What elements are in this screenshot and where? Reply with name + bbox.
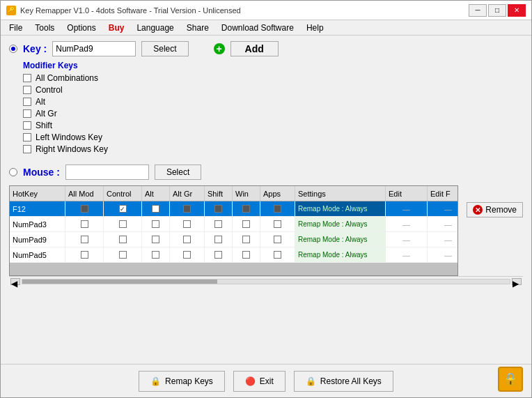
window-title: Key Remapper V1.0 - 4dots Software - Tri… <box>20 6 241 15</box>
scroll-right-button[interactable]: ▶ <box>512 278 522 285</box>
td-alt <box>142 201 170 216</box>
close-button[interactable]: ✕ <box>508 4 526 17</box>
checkbox-cell <box>242 251 250 259</box>
th-edit: Edit <box>386 186 428 201</box>
checkbox-all-combinations: All Combinations <box>23 73 523 83</box>
exit-label: Exit <box>260 376 274 386</box>
checkbox-cell <box>81 205 88 213</box>
td-edit: — <box>386 232 428 247</box>
th-altgr: Alt Gr <box>170 186 205 201</box>
empty-area <box>10 263 457 275</box>
checkbox-cell <box>214 251 222 259</box>
td-editf: — <box>428 247 457 262</box>
td-apps <box>260 247 295 262</box>
minimize-button[interactable]: ─ <box>469 4 487 17</box>
mouse-radio[interactable] <box>9 168 17 176</box>
remove-button[interactable]: ✕ Remove <box>467 202 523 217</box>
scroll-track[interactable] <box>22 279 510 284</box>
remap-label: Remap Keys <box>165 376 213 386</box>
td-editf: — <box>428 232 457 247</box>
checkbox-cell <box>152 205 159 213</box>
checkbox-cell <box>183 205 191 213</box>
select-button[interactable]: Select <box>141 41 188 56</box>
checkbox-cell <box>274 236 281 243</box>
checkbox-altgr-box[interactable] <box>23 109 31 118</box>
checkbox-shift: Shift <box>23 121 523 130</box>
checkbox-all-combinations-box[interactable] <box>23 74 31 82</box>
checkbox-alt-label: Alt <box>36 97 45 107</box>
restore-icon: 🔒 <box>306 376 316 386</box>
td-shift <box>205 217 233 231</box>
menu-buy[interactable]: Buy <box>103 22 130 34</box>
checkbox-left-win-box[interactable] <box>23 133 31 141</box>
menu-file[interactable]: File <box>3 22 28 34</box>
key-radio[interactable] <box>9 45 17 53</box>
td-allmod <box>65 247 104 262</box>
checkbox-cell <box>274 251 281 259</box>
restore-keys-button[interactable]: 🔒 Restore All Keys <box>294 371 393 392</box>
td-alt <box>142 232 170 247</box>
main-window: 🔑 Key Remapper V1.0 - 4dots Software - T… <box>0 0 532 398</box>
table-wrapper: HotKey All Mod Control Alt Alt Gr Shift … <box>9 185 458 276</box>
td-editf: — <box>428 201 457 216</box>
checkbox-cell <box>81 236 88 243</box>
td-control <box>104 232 142 247</box>
menu-language[interactable]: Language <box>131 22 179 34</box>
th-alt: Alt <box>142 186 170 201</box>
checkbox-cell <box>214 236 222 243</box>
remove-icon: ✕ <box>473 205 483 215</box>
checkbox-cell <box>214 205 222 213</box>
table-row[interactable]: F12 Remap Mode : Always — — <box>10 201 457 217</box>
checkbox-cell <box>242 236 250 243</box>
menu-bar: File Tools Options Buy Language Share Do… <box>1 20 531 36</box>
td-hotkey: NumPad5 <box>10 247 65 262</box>
td-shift <box>205 247 233 262</box>
td-allmod <box>65 217 104 231</box>
menu-options[interactable]: Options <box>61 22 101 34</box>
checkbox-cell <box>274 220 281 228</box>
checkbox-cell <box>152 220 159 228</box>
td-win <box>233 217 260 231</box>
table-row[interactable]: NumPad3 Remap Mode : Always — — <box>10 217 457 232</box>
mouse-input[interactable] <box>65 164 149 180</box>
table-row[interactable]: NumPad9 Remap Mode : Always — — <box>10 232 457 247</box>
td-settings: Remap Mode : Always <box>295 247 386 262</box>
scroll-thumb <box>22 280 217 284</box>
th-settings: Settings <box>295 186 386 201</box>
checkbox-control-box[interactable] <box>23 86 31 94</box>
menu-download[interactable]: Download Software <box>216 22 299 34</box>
menu-help[interactable]: Help <box>301 22 329 34</box>
add-button[interactable]: Add <box>230 41 279 56</box>
key-input[interactable] <box>52 41 136 56</box>
maximize-button[interactable]: □ <box>488 4 506 17</box>
td-settings: Remap Mode : Always <box>295 201 386 216</box>
checkbox-alt: Alt <box>23 97 523 107</box>
checkbox-shift-box[interactable] <box>23 121 31 130</box>
content-area: Key : Select + Add Modifier Keys All Com… <box>1 36 531 364</box>
title-bar-left: 🔑 Key Remapper V1.0 - 4dots Software - T… <box>6 6 241 15</box>
checkbox-left-win: Left Windows Key <box>23 132 523 142</box>
checkbox-cell <box>214 220 222 228</box>
th-shift: Shift <box>205 186 233 201</box>
th-hotkey: HotKey <box>10 186 65 201</box>
mouse-select-button[interactable]: Select <box>155 164 201 180</box>
td-edit: — <box>386 217 428 231</box>
checkbox-alt-box[interactable] <box>23 98 31 106</box>
checkbox-cell <box>119 251 127 259</box>
menu-share[interactable]: Share <box>181 22 214 34</box>
checkbox-right-win-box[interactable] <box>23 145 31 153</box>
td-control <box>104 217 142 231</box>
checkbox-cell <box>183 236 191 243</box>
menu-tools[interactable]: Tools <box>29 22 60 34</box>
exit-button[interactable]: 🔴 Exit <box>233 371 285 392</box>
checkbox-cell <box>119 236 127 243</box>
scroll-left-button[interactable]: ◀ <box>10 278 20 285</box>
remap-keys-button[interactable]: 🔒 Remap Keys <box>139 371 225 392</box>
horizontal-scrollbar[interactable]: ◀ ▶ <box>9 276 523 286</box>
td-win <box>233 247 260 262</box>
table-header: HotKey All Mod Control Alt Alt Gr Shift … <box>10 186 457 201</box>
checkbox-control: Control <box>23 85 523 95</box>
restore-label: Restore All Keys <box>320 376 382 386</box>
checkbox-cell <box>183 220 191 228</box>
table-row[interactable]: NumPad5 Remap Mode : Always — — <box>10 247 457 263</box>
